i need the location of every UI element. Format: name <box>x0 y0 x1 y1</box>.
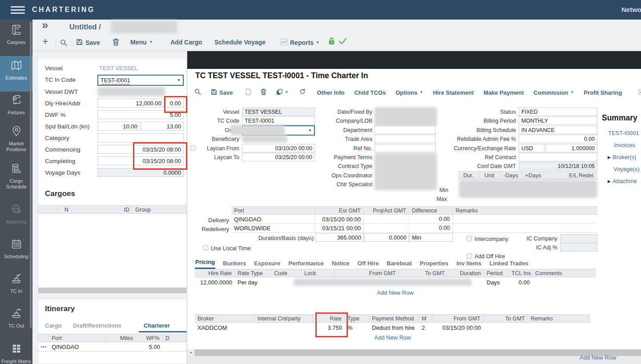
new-document-icon[interactable] <box>246 88 251 97</box>
sidebar-item-scheduling[interactable]: Scheduling <box>0 237 32 260</box>
sidebar-item-cargoes[interactable]: Cargoes <box>0 23 32 45</box>
add-button[interactable]: + <box>42 36 48 48</box>
delivery-row[interactable]: QINGDAO 03/15/20 00:00 0.00 <box>231 215 597 224</box>
delete-icon[interactable] <box>261 88 266 97</box>
trade-area-field[interactable] <box>375 135 435 143</box>
tc-horizontal-scrollbar[interactable] <box>194 349 641 356</box>
network-label[interactable]: Netwo <box>621 6 641 13</box>
sidebar-item-cargo-schedule[interactable]: Cargo Schedule <box>0 162 32 190</box>
redacted-value <box>97 87 165 96</box>
tab-linked-trades[interactable]: Linked Trades <box>489 259 528 269</box>
category-field[interactable] <box>97 133 184 142</box>
ref-contract-field[interactable] <box>519 153 597 161</box>
delete-icon[interactable] <box>113 38 119 48</box>
sidebar-item-market-positions[interactable]: Market Positions <box>0 124 32 152</box>
summary-link-brokers[interactable]: ▶ Broker(s) <box>608 154 636 160</box>
department-field[interactable] <box>375 126 435 134</box>
dwf-field[interactable]: 5.00 <box>97 110 184 119</box>
itinerary-row[interactable]: ••• QINGDAO 5.00 <box>38 343 186 352</box>
lock-icon[interactable] <box>328 37 335 47</box>
tab-notice[interactable]: Notice <box>331 259 350 269</box>
report-button[interactable]: Report▼ <box>638 89 641 96</box>
chevron-down-icon[interactable]: ▼ <box>308 129 312 132</box>
tab-bareboat[interactable]: Bareboat <box>386 259 412 269</box>
ref-no-field[interactable] <box>375 144 435 152</box>
row-menu-icon[interactable]: ••• <box>38 343 49 351</box>
addr-commission-field[interactable]: 0.00 <box>165 99 184 108</box>
search-icon[interactable] <box>60 39 67 48</box>
other-info-button[interactable]: Other Info <box>317 89 344 96</box>
broker-row[interactable]: XADDCOM 3.750 % Deduct from hire 2 03/15… <box>195 323 590 332</box>
collapse-chevrons-icon[interactable]: » <box>42 18 48 32</box>
sidebar-item-tc-in[interactable]: TC In <box>0 272 32 294</box>
commencing-field[interactable]: 03/15/20 08:00 <box>97 145 184 154</box>
sidebar-item-fixtures[interactable]: Fixtures <box>0 93 32 116</box>
scroll-left-button[interactable]: ◂ <box>187 349 194 356</box>
save-button[interactable]: Save <box>76 39 100 47</box>
ic-company-field[interactable] <box>560 234 597 243</box>
hire-statement-button[interactable]: Hire Statement <box>433 89 474 96</box>
pricing-add-new-row[interactable]: Add New Row <box>195 288 596 296</box>
tab-pricing[interactable]: Pricing <box>195 258 215 269</box>
dly-hire-field[interactable]: 12,000.00 <box>97 99 164 108</box>
add-cargo-button[interactable]: Add Cargo <box>170 39 202 46</box>
child-tcos-button[interactable]: Child TCOs <box>354 89 386 96</box>
tab-cargo[interactable]: Cargo <box>45 322 62 329</box>
schedule-voyage-button[interactable]: Schedule Voyage <box>214 39 266 46</box>
make-payment-button[interactable]: Make Payment <box>484 89 524 96</box>
tab-draft-restrictions[interactable]: Draft/Restrictions <box>73 322 121 329</box>
speed-laden-field[interactable]: 13.00 <box>141 122 184 131</box>
menu-button[interactable]: Menu▼ <box>130 39 153 46</box>
hamburger-menu-icon[interactable] <box>11 6 25 14</box>
tc-in-code-field[interactable]: TEST-I0001 ▼ <box>97 75 184 86</box>
laycan-to-field[interactable]: 03/25/20 00:00 <box>242 153 315 161</box>
tab-performance[interactable]: Performance <box>288 259 324 269</box>
sidebar-item-estimates[interactable]: Estimates <box>0 59 32 81</box>
refresh-icon[interactable] <box>299 88 306 96</box>
tab-bunkers[interactable]: Bunkers <box>222 259 246 269</box>
summary-link-invoices[interactable]: Invoices <box>614 142 635 148</box>
tab-off-hire[interactable]: Off Hire <box>357 259 379 269</box>
redelivery-row[interactable]: WORLDWIDE 03/15/21 00:00 0.00 <box>231 224 597 233</box>
profit-sharing-button[interactable]: Profit Sharing <box>584 89 622 96</box>
chart-icon <box>280 39 288 47</box>
speed-ballast-field[interactable]: 10.00 <box>97 122 140 131</box>
cargoes-hscrollbar[interactable] <box>38 288 186 293</box>
tab-properties[interactable]: Properties <box>419 259 449 269</box>
use-local-time-checkbox[interactable] <box>203 245 208 250</box>
search-icon[interactable] <box>194 88 201 97</box>
tab-exposure[interactable]: Exposure <box>254 259 281 269</box>
rebillable-admin-fee-field[interactable]: 0.00 <box>519 135 597 143</box>
status-label: Status <box>454 109 516 115</box>
summary-link-voyages[interactable]: Voyage(s) <box>613 166 640 172</box>
status-field[interactable]: FIXED <box>519 108 597 116</box>
summary-link-attachments[interactable]: ▶ Attachme <box>608 178 637 184</box>
billing-schedule-field[interactable]: IN ADVANCE <box>519 126 597 134</box>
copy-button[interactable]: ▼ <box>276 89 288 96</box>
currency-field[interactable]: USD <box>519 144 544 152</box>
reports-button[interactable]: Reports▼ <box>280 39 319 47</box>
broker-table-header: Broker Internal Cntrparty Rate Type Paym… <box>195 314 590 323</box>
chevron-down-icon[interactable]: ▼ <box>177 79 181 82</box>
exchange-rate-field[interactable]: 1.000000 <box>545 144 597 152</box>
tc-window-titlebar[interactable] <box>187 51 641 69</box>
expander-icon[interactable]: ▶ <box>608 155 611 160</box>
save-button[interactable]: Save <box>211 89 233 96</box>
sidebar-scrollbar[interactable] <box>30 21 32 328</box>
expander-icon[interactable]: ▶ <box>608 179 611 184</box>
bottom-add-new-row[interactable]: Add New Row <box>580 353 616 361</box>
sidebar-item-freight-matrix[interactable]: Freight Matrix <box>0 342 32 364</box>
options-button[interactable]: Options▼ <box>395 89 423 96</box>
billing-period-field[interactable]: MONTHLY <box>519 116 597 125</box>
sidebar-item-tc-out[interactable]: TC Out <box>0 307 32 329</box>
commission-button[interactable]: Commission▼ <box>533 89 574 96</box>
tab-charterer[interactable]: Charterer <box>144 322 170 329</box>
ic-adj-field[interactable] <box>560 243 597 252</box>
tc-code-field[interactable]: TEST-I0001 <box>242 116 315 125</box>
completing-field[interactable]: 03/15/20 08:00 <box>97 156 184 165</box>
summary-link-tc-code[interactable]: TEST-I0001 <box>608 130 639 136</box>
broker-add-new-row[interactable]: Add New Row <box>195 333 590 341</box>
tab-inv-items[interactable]: Inv Items <box>456 259 482 269</box>
laycan-from-field[interactable]: 03/10/20 00:00 <box>242 144 315 152</box>
intercompany-checkbox[interactable] <box>467 236 472 241</box>
